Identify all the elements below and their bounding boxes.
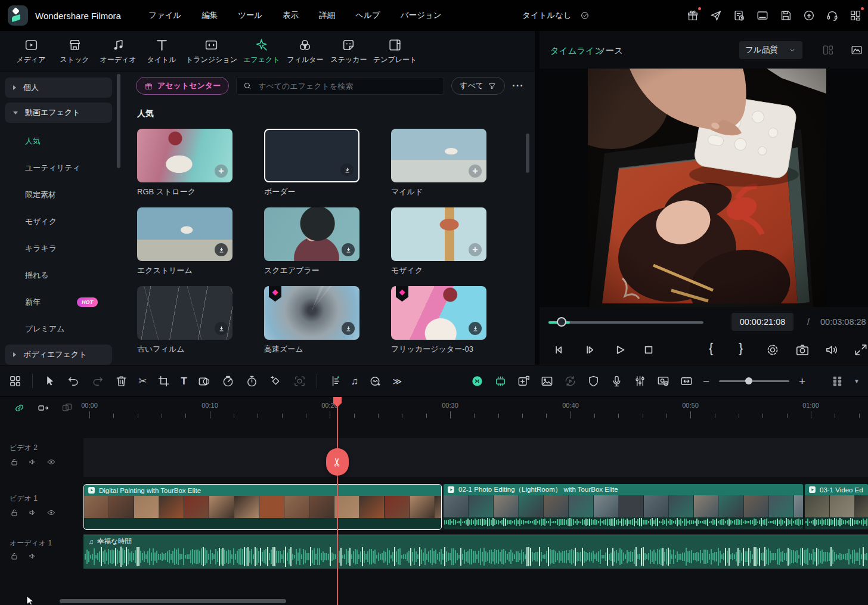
current-timecode[interactable]: 00:00:21:08	[731, 313, 793, 331]
keyframe-icon[interactable]	[269, 374, 283, 388]
lock-track-icon[interactable]	[10, 457, 19, 467]
sidebar-item-newyear[interactable]: 新年HOT	[5, 288, 112, 315]
effect-card-mild[interactable]: +マイルド	[391, 129, 486, 197]
sidebar-group-personal[interactable]: 個人	[5, 77, 112, 98]
lock-track-icon[interactable]	[10, 508, 19, 517]
track-manager-caret-icon[interactable]: ▼	[854, 378, 860, 384]
menu-advanced[interactable]: 詳細	[319, 10, 335, 21]
zoom-in-icon[interactable]: +	[799, 374, 805, 388]
mute-track-icon[interactable]	[28, 551, 38, 561]
tab-stock[interactable]: ストック	[55, 38, 94, 65]
auto-ripple-icon[interactable]	[494, 374, 507, 388]
effect-thumbnail[interactable]	[264, 207, 359, 261]
emoji-reaction-icon[interactable]	[470, 374, 484, 388]
add-icon[interactable]: +	[469, 243, 482, 256]
text-tool-icon[interactable]: T	[181, 374, 187, 388]
tab-stickers[interactable]: ステッカー	[330, 38, 368, 65]
project-title[interactable]: タイトルなし	[522, 10, 572, 21]
tab-effects[interactable]: エフェクト	[243, 38, 281, 65]
sidebar-item-mosaic[interactable]: モザイク	[5, 208, 112, 235]
seek-bar[interactable]	[548, 321, 703, 324]
tab-audio[interactable]: オーディオ	[99, 38, 137, 65]
search-box[interactable]	[236, 77, 444, 95]
effect-thumbnail-selected[interactable]	[264, 129, 359, 182]
sidebar-item-popular[interactable]: 人気	[5, 128, 112, 154]
download-icon[interactable]	[342, 322, 355, 335]
playhead-line[interactable]	[337, 397, 338, 605]
playhead-scissors-button[interactable]: ✂	[326, 448, 349, 476]
mask-icon[interactable]	[197, 374, 211, 388]
speed-icon[interactable]	[221, 374, 235, 388]
split-scissors-icon[interactable]: ✂	[138, 374, 147, 388]
mute-track-icon[interactable]	[28, 457, 38, 467]
save-icon[interactable]	[779, 9, 792, 22]
group-clips-icon[interactable]	[61, 402, 73, 414]
export-icon[interactable]	[802, 9, 816, 22]
menu-edit[interactable]: 編集	[202, 10, 218, 21]
link-clips-icon[interactable]	[13, 402, 26, 414]
effect-thumbnail[interactable]: ◆	[264, 286, 359, 340]
play-button[interactable]	[612, 342, 628, 358]
sidebar-item-shake[interactable]: 揺れる	[5, 262, 112, 288]
zoom-out-icon[interactable]: −	[703, 374, 709, 388]
download-icon[interactable]	[215, 322, 228, 335]
gift-icon[interactable]	[686, 9, 699, 22]
sidebar-item-utility[interactable]: ユーティリティ	[5, 154, 112, 181]
track-manager-icon[interactable]	[830, 374, 844, 388]
menu-view[interactable]: 表示	[283, 10, 299, 21]
timeline-horizontal-scrollbar[interactable]	[60, 599, 286, 603]
undo-icon[interactable]	[67, 374, 80, 388]
multiview-icon[interactable]	[822, 44, 835, 57]
sidebar-item-premium[interactable]: プレミアム	[5, 315, 112, 342]
select-tool-icon[interactable]	[43, 374, 57, 388]
effect-thumbnail[interactable]	[137, 207, 232, 261]
sidebar-item-limited[interactable]: 限定素材	[5, 181, 112, 208]
effect-card-extreme[interactable]: エクストリーム	[137, 207, 232, 276]
playback-settings-icon[interactable]	[765, 342, 780, 358]
sidebar-group-video-effects[interactable]: 動画エフェクト	[5, 103, 112, 123]
sidebar-scrollbar[interactable]	[117, 74, 120, 168]
more-tools-icon[interactable]: ≫	[392, 374, 402, 388]
audio-clip-happy-time[interactable]: ♫幸福な時間	[83, 535, 868, 569]
task-list-icon[interactable]	[733, 9, 746, 22]
marker-icon[interactable]	[517, 374, 531, 388]
effect-card-old-film[interactable]: 古いフィルム	[137, 286, 232, 355]
screen-record-icon[interactable]	[656, 374, 670, 388]
add-icon[interactable]: +	[215, 165, 228, 178]
tab-source-preview[interactable]: ソース	[597, 45, 623, 57]
effect-thumbnail[interactable]	[137, 286, 232, 340]
menu-tools[interactable]: ツール	[238, 10, 262, 21]
zoom-to-fit-icon[interactable]	[680, 374, 693, 388]
previous-frame-button[interactable]	[551, 342, 567, 358]
redo-icon[interactable]	[91, 374, 104, 388]
scene-detection-icon[interactable]	[540, 374, 554, 388]
clip-video-editing[interactable]: 03-1 Video Ed	[805, 484, 868, 529]
scope-icon[interactable]	[850, 44, 863, 57]
seek-handle[interactable]	[557, 317, 566, 327]
beat-detection-icon[interactable]: ♫	[351, 374, 359, 388]
ai-audio-icon[interactable]	[368, 374, 382, 388]
download-icon[interactable]	[340, 163, 354, 176]
audio-mixer-icon[interactable]	[633, 374, 647, 388]
zoom-slider-handle[interactable]	[745, 377, 752, 384]
effect-card-fast-zoom[interactable]: ◆高速ズーム	[264, 286, 359, 355]
asset-center-button[interactable]: アセットセンター	[136, 77, 229, 95]
voiceover-icon[interactable]	[610, 374, 624, 388]
quality-dropdown[interactable]: フル品質	[739, 41, 802, 59]
lock-track-icon[interactable]	[10, 551, 19, 561]
effect-thumbnail[interactable]: ◆	[391, 286, 486, 340]
crop-icon[interactable]	[157, 374, 170, 388]
effect-thumbnail[interactable]: +	[137, 129, 232, 182]
tab-filters[interactable]: フィルター	[286, 38, 324, 65]
sidebar-group-body-effects[interactable]: ボディエフェクト	[5, 345, 112, 365]
apps-grid-icon[interactable]	[849, 9, 862, 22]
more-button[interactable]: ···	[512, 80, 524, 92]
effect-card-mosaic[interactable]: +モザイク	[391, 207, 486, 276]
tab-media[interactable]: メディア	[12, 38, 50, 65]
clip-photo-editing[interactable]: 02-1 Photo Editing（LightRoom） with TourB…	[444, 484, 803, 529]
effects-scrollbar[interactable]	[526, 134, 529, 173]
download-icon[interactable]	[469, 322, 482, 335]
hide-track-icon[interactable]	[46, 508, 56, 517]
tab-templates[interactable]: テンプレート	[373, 38, 417, 65]
fullscreen-icon[interactable]	[853, 342, 868, 358]
